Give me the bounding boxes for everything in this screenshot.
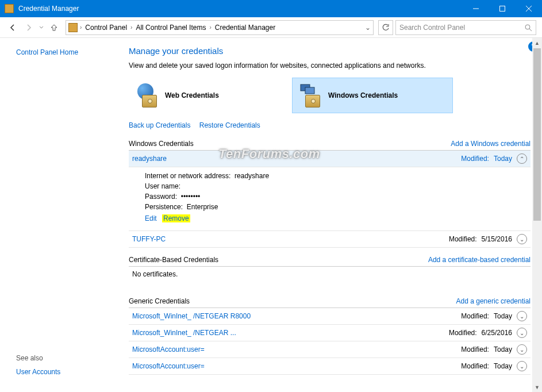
credential-name: MicrosoftAccount:user=: [132, 362, 205, 370]
credential-name: MicrosoftAccount:user=: [132, 345, 205, 353]
expand-icon[interactable]: ⌄: [517, 311, 527, 321]
breadcrumb-all-items[interactable]: All Control Panel Items: [134, 24, 207, 32]
svg-rect-7: [305, 87, 314, 94]
backup-credentials-link[interactable]: Back up Credentials: [129, 121, 190, 129]
modified-label: Modified:: [449, 235, 477, 243]
windows-credentials-section-header: Windows Credentials Add a Windows creden…: [129, 140, 531, 151]
address-bar[interactable]: › Control Panel › All Control Panel Item…: [66, 20, 374, 35]
credential-name: Microsoft_WinInet_ /NETGEAR R8000: [132, 312, 251, 320]
maximize-button[interactable]: [489, 0, 516, 17]
persistence-label: Persistence:: [145, 203, 183, 211]
titlebar: Credential Manager: [0, 0, 542, 17]
section-title: Generic Credentials: [129, 297, 190, 305]
location-icon: [68, 23, 78, 32]
expand-icon[interactable]: ⌄: [517, 344, 527, 355]
breadcrumb-credential-manager[interactable]: Credential Manager: [214, 24, 276, 32]
expand-icon[interactable]: ⌄: [517, 328, 527, 338]
persistence-value: Enterprise: [187, 203, 218, 211]
page-title: Manage your credentials: [129, 46, 531, 56]
close-button[interactable]: [516, 0, 542, 17]
credential-name: readyshare: [132, 155, 167, 163]
address-label: Internet or network address:: [145, 172, 230, 180]
search-input[interactable]: Search Control Panel: [395, 20, 536, 35]
app-icon: [5, 4, 14, 13]
chevron-right-icon: ›: [209, 24, 211, 30]
modified-value: 6/25/2016: [482, 329, 512, 337]
windows-vault-icon: [298, 83, 322, 107]
web-credentials-tab[interactable]: Web Credentials: [129, 78, 290, 113]
section-title: Certificate-Based Credentials: [129, 256, 218, 264]
scroll-up-button[interactable]: ▲: [532, 38, 542, 48]
credential-row[interactable]: TUFFY-PC Modified: 5/15/2016 ⌄: [129, 231, 531, 248]
chevron-right-icon: ›: [80, 24, 82, 30]
forward-button[interactable]: [22, 21, 36, 34]
modified-value: Today: [494, 362, 512, 370]
modified-value: Today: [494, 312, 512, 320]
back-button[interactable]: [6, 21, 20, 34]
no-certificates-message: No certificates.: [129, 267, 531, 289]
credential-name: TUFFY-PC: [132, 235, 166, 243]
password-label: Password:: [145, 193, 177, 201]
modified-label: Modified:: [449, 329, 477, 337]
cert-credentials-section-header: Certificate-Based Credentials Add a cert…: [129, 256, 531, 267]
recent-dropdown[interactable]: [38, 21, 45, 34]
minimize-button[interactable]: [463, 0, 489, 17]
svg-rect-1: [500, 6, 505, 11]
web-vault-icon: [135, 83, 159, 107]
expand-icon[interactable]: ⌄: [517, 234, 527, 244]
chevron-right-icon: ›: [130, 24, 132, 30]
svg-line-5: [529, 29, 532, 31]
main-content: ? Manage your credentials View and delet…: [115, 38, 542, 392]
credential-row[interactable]: Microsoft_WinInet_ /NETGEAR R8000 Modifi…: [129, 308, 531, 325]
add-generic-credential-link[interactable]: Add a generic credential: [456, 297, 531, 305]
modified-label: Modified:: [461, 312, 489, 320]
breadcrumb-control-panel[interactable]: Control Panel: [84, 24, 128, 32]
refresh-button[interactable]: [378, 20, 393, 35]
edit-credential-link[interactable]: Edit: [145, 214, 157, 222]
search-icon: [524, 24, 532, 32]
vertical-scrollbar[interactable]: ▲ ▼: [532, 38, 542, 392]
up-button[interactable]: [47, 21, 61, 34]
modified-value: Today: [494, 155, 512, 163]
search-placeholder: Search Control Panel: [399, 24, 524, 32]
credential-details: Internet or network address: readyshare …: [129, 167, 531, 231]
restore-credentials-link[interactable]: Restore Credentials: [199, 121, 260, 129]
address-dropdown[interactable]: ⌄: [365, 24, 371, 32]
add-cert-credential-link[interactable]: Add a certificate-based credential: [428, 256, 531, 264]
remove-credential-link[interactable]: Remove: [162, 214, 190, 222]
windows-credentials-label: Windows Credentials: [328, 91, 398, 99]
windows-credentials-tab[interactable]: Windows Credentials: [292, 78, 453, 113]
web-credentials-label: Web Credentials: [165, 91, 219, 99]
credential-row-readyshare[interactable]: readyshare Modified: Today ⌃: [129, 151, 531, 167]
window-title: Credential Manager: [18, 5, 463, 13]
scrollbar-thumb[interactable]: [533, 48, 541, 221]
user-accounts-link[interactable]: User Accounts: [16, 368, 60, 376]
see-also-label: See also: [16, 354, 60, 362]
credential-row[interactable]: Microsoft_WinInet_ /NETGEAR ... Modified…: [129, 325, 531, 341]
credential-name: Microsoft_WinInet_ /NETGEAR ...: [132, 329, 236, 337]
modified-label: Modified:: [461, 345, 489, 353]
svg-point-4: [525, 25, 530, 29]
username-label: User name:: [145, 182, 180, 190]
modified-value: 5/15/2016: [482, 235, 512, 243]
add-windows-credential-link[interactable]: Add a Windows credential: [451, 140, 531, 148]
generic-credentials-section-header: Generic Credentials Add a generic creden…: [129, 297, 531, 308]
credential-row[interactable]: MicrosoftAccount:user= Modified:Today⌄: [129, 358, 531, 375]
credential-row[interactable]: MicrosoftAccount:user= Modified:Today⌄: [129, 341, 531, 358]
modified-label: Modified:: [461, 362, 489, 370]
section-title: Windows Credentials: [129, 140, 194, 148]
collapse-icon[interactable]: ⌃: [517, 153, 527, 164]
page-subtitle: View and delete your saved logon informa…: [129, 62, 531, 70]
sidebar: Control Panel Home See also User Account…: [0, 38, 115, 392]
control-panel-home-link[interactable]: Control Panel Home: [16, 48, 115, 56]
expand-icon[interactable]: ⌄: [517, 361, 527, 371]
navigation-bar: › Control Panel › All Control Panel Item…: [0, 17, 542, 38]
password-value: ••••••••: [181, 193, 201, 201]
address-value: readyshare: [235, 172, 269, 180]
modified-label: Modified:: [461, 155, 489, 163]
scroll-down-button[interactable]: ▼: [532, 382, 542, 392]
modified-value: Today: [494, 345, 512, 353]
